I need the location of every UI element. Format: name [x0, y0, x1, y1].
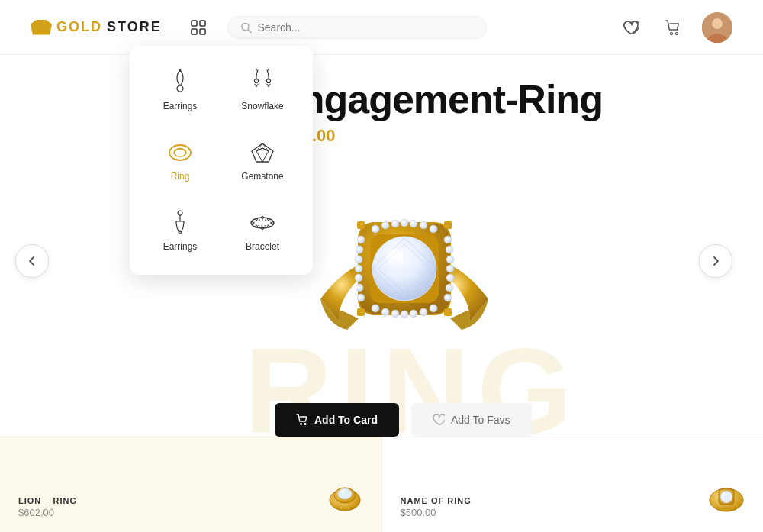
- add-to-favs-label: Add To Favs: [451, 414, 510, 426]
- svg-point-69: [446, 274, 454, 282]
- hero-prev-button[interactable]: [15, 244, 49, 278]
- svg-point-7: [676, 32, 678, 34]
- earrings2-icon: [166, 209, 194, 237]
- earrings-label: Earrings: [163, 101, 198, 111]
- logo[interactable]: GOLD STORE: [31, 19, 162, 35]
- svg-point-46: [391, 220, 399, 227]
- hero-title: Engagement-Ring: [275, 78, 603, 121]
- search-icon: [240, 21, 252, 34]
- svg-point-61: [355, 265, 362, 272]
- svg-rect-75: [444, 308, 452, 316]
- svg-point-77: [304, 423, 306, 424]
- svg-point-80: [338, 488, 352, 499]
- svg-rect-72: [357, 221, 365, 229]
- svg-point-51: [372, 305, 379, 312]
- gemstone-icon: [249, 139, 276, 166]
- heart-icon-btn: [433, 414, 445, 426]
- svg-point-48: [410, 220, 417, 227]
- svg-point-65: [444, 236, 452, 243]
- chevron-left-icon: [26, 255, 38, 267]
- dropdown-item-bracelet[interactable]: Bracelet: [224, 198, 301, 263]
- earrings2-label: Earrings: [163, 241, 198, 252]
- add-to-card-label: Add To Card: [314, 414, 378, 426]
- svg-rect-1: [200, 21, 205, 26]
- dropdown-item-earrings[interactable]: Earrings: [142, 58, 218, 122]
- dropdown-item-gemstone[interactable]: Gemstone: [224, 128, 301, 192]
- cart-icon-btn: [296, 414, 308, 426]
- svg-rect-74: [357, 308, 365, 316]
- hero-next-button[interactable]: [699, 244, 732, 278]
- logo-store-text: STORE: [107, 19, 162, 35]
- avatar-image: [702, 12, 732, 43]
- svg-rect-73: [444, 221, 452, 229]
- product-1-name: LION _ RING: [18, 496, 363, 505]
- svg-point-56: [420, 308, 427, 316]
- ring-label: Ring: [171, 171, 190, 182]
- search-bar[interactable]: [227, 16, 487, 39]
- product-1-ring-icon: [320, 471, 370, 521]
- svg-point-59: [356, 246, 363, 253]
- svg-point-47: [401, 219, 408, 227]
- hero-actions: Add To Card Add To Favs: [275, 403, 532, 437]
- product-2-ring-icon: [702, 471, 752, 521]
- svg-point-9: [712, 18, 723, 29]
- heart-icon: [622, 19, 639, 36]
- grid-icon: [191, 20, 206, 35]
- svg-point-64: [357, 294, 365, 301]
- svg-point-55: [410, 310, 417, 318]
- user-avatar[interactable]: [702, 12, 732, 43]
- search-input[interactable]: [258, 21, 474, 34]
- gemstone-label: Gemstone: [241, 171, 283, 182]
- product-1-price: $602.00: [18, 507, 363, 518]
- svg-point-18: [169, 145, 191, 160]
- svg-line-5: [248, 29, 251, 32]
- product-2-image: [702, 471, 755, 524]
- hero-price: $602.00: [275, 126, 603, 146]
- hero-content: Engagement-Ring $602.00: [275, 78, 603, 146]
- dropdown-item-earrings-2[interactable]: Earrings: [142, 198, 218, 263]
- svg-point-23: [178, 211, 182, 215]
- wishlist-button[interactable]: [617, 14, 644, 41]
- svg-point-84: [720, 491, 732, 503]
- svg-point-57: [430, 305, 437, 312]
- svg-point-60: [355, 256, 362, 263]
- svg-point-62: [355, 274, 362, 282]
- product-1-image: [320, 471, 374, 524]
- svg-point-66: [446, 246, 453, 253]
- category-dropdown: Earrings Snowflake: [130, 46, 313, 275]
- svg-point-52: [382, 308, 389, 316]
- add-to-card-button[interactable]: Add To Card: [275, 403, 399, 437]
- svg-point-50: [430, 225, 437, 233]
- svg-point-68: [446, 265, 454, 272]
- svg-rect-3: [200, 29, 205, 34]
- cart-button[interactable]: [659, 14, 687, 41]
- svg-rect-0: [192, 21, 197, 26]
- svg-point-54: [401, 311, 408, 318]
- svg-point-70: [446, 284, 453, 292]
- bracelet-icon: [249, 209, 276, 237]
- snowflake-label: Snowflake: [241, 101, 283, 111]
- svg-point-63: [356, 284, 363, 292]
- svg-point-58: [357, 236, 365, 243]
- svg-marker-22: [256, 148, 269, 162]
- svg-point-11: [177, 85, 183, 92]
- add-to-favs-button[interactable]: Add To Favs: [411, 403, 532, 437]
- svg-point-44: [372, 225, 379, 233]
- svg-point-49: [420, 221, 427, 229]
- svg-marker-20: [252, 143, 273, 162]
- svg-point-33: [268, 226, 270, 228]
- hero-section: RING Engagement-Ring $602.00: [0, 55, 763, 467]
- svg-point-67: [446, 256, 454, 263]
- svg-point-53: [391, 310, 399, 318]
- logo-icon: [31, 20, 52, 35]
- svg-point-35: [256, 226, 258, 228]
- avatar-svg: [702, 12, 732, 43]
- dropdown-item-snowflake[interactable]: Snowflake: [224, 58, 301, 122]
- dropdown-item-ring[interactable]: Ring: [142, 128, 218, 192]
- svg-point-6: [671, 32, 673, 34]
- header-actions: [617, 12, 732, 43]
- product-2-name: NAME OF RING: [401, 496, 745, 505]
- nav-grid-button[interactable]: [185, 14, 212, 41]
- logo-gold-text: GOLD: [56, 19, 102, 35]
- svg-rect-2: [192, 29, 197, 34]
